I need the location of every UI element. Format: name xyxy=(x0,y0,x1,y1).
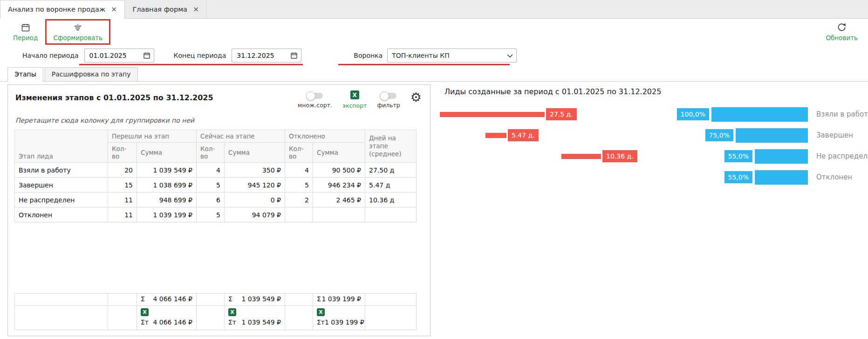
cell-current-count[interactable]: 5 xyxy=(197,208,225,222)
cell-rejected-count[interactable]: 2 xyxy=(285,193,313,208)
column-group-moved[interactable]: Перешли на этап xyxy=(108,130,197,143)
total-current-sum: Σ1 039 549 ₽ xyxy=(225,294,285,306)
cell-stage[interactable]: Не распределен xyxy=(15,193,108,208)
period-end-input[interactable] xyxy=(233,52,281,59)
table-row[interactable]: Завершен 15 1 038 699 ₽ 5 945 120 ₽ 5 94… xyxy=(15,178,417,193)
sigma-total-icon: Σт xyxy=(141,318,149,326)
percent-label: 55,0% xyxy=(724,150,752,162)
column-group-rejected[interactable]: Отклонено xyxy=(285,130,365,143)
cell-moved-count[interactable]: 11 xyxy=(108,193,137,208)
table-row[interactable]: Отклонен 11 1 039 199 ₽ 5 94 079 ₽ xyxy=(15,208,417,222)
funnel-label: Воронка xyxy=(354,52,383,59)
generate-button[interactable]: Сформировать xyxy=(50,21,105,42)
sigma-icon: Σ xyxy=(141,295,145,303)
days-bar xyxy=(485,133,506,138)
filter-toggle[interactable]: фильтр xyxy=(377,90,400,109)
window-tab-funnel-analysis[interactable]: Анализ по воронке продаж × xyxy=(0,0,125,19)
table-row[interactable]: Взяли в работу 20 1 039 549 ₽ 4 350 ₽ 4 … xyxy=(15,163,417,178)
cell-current-sum[interactable]: 0 ₽ xyxy=(225,193,285,208)
window-tab-main-form[interactable]: Главная форма × xyxy=(125,0,207,18)
refresh-icon xyxy=(837,22,847,33)
column-header-count[interactable]: Кол-во xyxy=(285,143,313,163)
cell-days[interactable]: 27.50 д xyxy=(365,163,417,178)
export-excel-button[interactable]: экспорт xyxy=(342,90,367,109)
stages-panel-header: Изменения этапов с 01.01.2025 по 31.12.2… xyxy=(8,85,430,109)
column-header-count[interactable]: Кол-во xyxy=(108,143,137,163)
cell-moved-sum[interactable]: 1 039 549 ₽ xyxy=(137,163,197,178)
cell-stage[interactable]: Взяли в работу xyxy=(15,163,108,178)
cell-stage[interactable]: Завершен xyxy=(15,178,108,193)
category-label: Взяли в работу xyxy=(816,107,868,122)
report-icon xyxy=(73,22,82,33)
funnel-select[interactable]: ТОП-клиенты КП xyxy=(387,48,517,62)
tab-stages[interactable]: Этапы xyxy=(7,67,43,82)
column-header-sum[interactable]: Сумма xyxy=(313,143,365,163)
days-label: 5.47 д. xyxy=(508,129,539,141)
refresh-button[interactable]: Обновить xyxy=(823,21,861,42)
column-header-sum[interactable]: Сумма xyxy=(225,143,285,163)
percent-bar xyxy=(755,149,808,164)
cell-current-count[interactable]: 4 xyxy=(197,163,225,178)
cell-days[interactable]: 10.36 д xyxy=(365,193,417,208)
cell-current-sum[interactable]: 94 079 ₽ xyxy=(225,208,285,222)
sigma-total-icon: Σт xyxy=(317,318,325,326)
table-row[interactable]: Не распределен 11 948 699 ₽ 6 0 ₽ 2 2 46… xyxy=(15,193,417,208)
totals-strip: Σ4 066 146 ₽ Σ1 039 549 ₽ Σ1 039 199 ₽ Σ… xyxy=(14,293,417,330)
period-end-field[interactable] xyxy=(232,48,301,62)
generate-button-label: Сформировать xyxy=(53,34,103,42)
cell-rejected-sum[interactable]: 2 465 ₽ xyxy=(313,193,365,208)
column-header-stage[interactable]: Этап лида xyxy=(15,130,108,163)
cell-rejected-sum[interactable]: 90 500 ₽ xyxy=(313,163,365,178)
cell-current-count[interactable]: 6 xyxy=(197,193,225,208)
cell-rejected-sum[interactable] xyxy=(313,208,365,222)
period-end-label: Конец периода xyxy=(174,52,226,59)
column-header-days[interactable]: Дней на этапе (среднее) xyxy=(365,130,417,163)
close-icon[interactable]: × xyxy=(111,6,117,13)
chart-row: 55,0% Отклонен xyxy=(438,170,867,185)
column-group-current[interactable]: Сейчас на этапе xyxy=(197,130,285,143)
close-icon[interactable]: × xyxy=(193,6,199,13)
cell-moved-sum[interactable]: 1 039 199 ₽ xyxy=(137,208,197,222)
calendar-picker-icon[interactable] xyxy=(143,52,150,59)
cell-rejected-count[interactable] xyxy=(285,208,313,222)
cell-days[interactable] xyxy=(365,208,417,222)
days-bar xyxy=(561,154,601,159)
tab-stage-details[interactable]: Расшифровка по этапу xyxy=(45,67,138,81)
total-value: 4 066 146 ₽ xyxy=(153,295,192,303)
period-start-field[interactable] xyxy=(84,48,154,62)
cell-moved-sum[interactable]: 1 038 699 ₽ xyxy=(137,178,197,193)
content-area: Изменения этапов с 01.01.2025 по 31.12.2… xyxy=(0,82,868,339)
cell-rejected-count[interactable]: 4 xyxy=(285,163,313,178)
percent-label: 75,0% xyxy=(705,129,733,141)
grand-total-current: Σт1 039 549 ₽ xyxy=(225,306,285,330)
leads-panel: Лиды созданные за период с 01.01.2025 по… xyxy=(438,84,867,191)
cell-moved-sum[interactable]: 948 699 ₽ xyxy=(137,193,197,208)
cell-current-count[interactable]: 5 xyxy=(197,178,225,193)
cell-current-sum[interactable]: 350 ₽ xyxy=(225,163,285,178)
cell-rejected-count[interactable]: 5 xyxy=(285,178,313,193)
column-header-count[interactable]: Кол-во xyxy=(197,143,225,163)
cell-days[interactable]: 5.47 д xyxy=(365,178,417,193)
window-tabbar: Анализ по воронке продаж × Главная форма… xyxy=(0,0,868,19)
cell-stage[interactable]: Отклонен xyxy=(15,208,108,222)
page-tabbar: Этапы Расшифровка по этапу xyxy=(0,66,868,82)
cell-rejected-sum[interactable]: 946 234 ₽ xyxy=(313,178,365,193)
period-button[interactable]: Период xyxy=(10,21,41,42)
annotation-box-generate: Сформировать xyxy=(45,19,110,45)
multisort-toggle[interactable]: множ.сорт. xyxy=(298,90,332,109)
category-label: Не распределен xyxy=(816,149,868,164)
settings-button[interactable] xyxy=(410,90,422,104)
calendar-icon xyxy=(21,22,30,33)
toggle-off-icon xyxy=(381,93,396,99)
period-start-input[interactable] xyxy=(86,52,134,59)
calendar-picker-icon[interactable] xyxy=(290,52,298,59)
percent-bar xyxy=(755,170,808,185)
column-header-sum[interactable]: Сумма xyxy=(137,143,197,163)
cell-current-sum[interactable]: 945 120 ₽ xyxy=(225,178,285,193)
excel-icon xyxy=(317,308,325,316)
sigma-total-icon: Σт xyxy=(228,318,236,326)
cell-moved-count[interactable]: 15 xyxy=(108,178,137,193)
period-button-label: Период xyxy=(13,34,38,42)
cell-moved-count[interactable]: 20 xyxy=(108,163,137,178)
cell-moved-count[interactable]: 11 xyxy=(108,208,137,222)
